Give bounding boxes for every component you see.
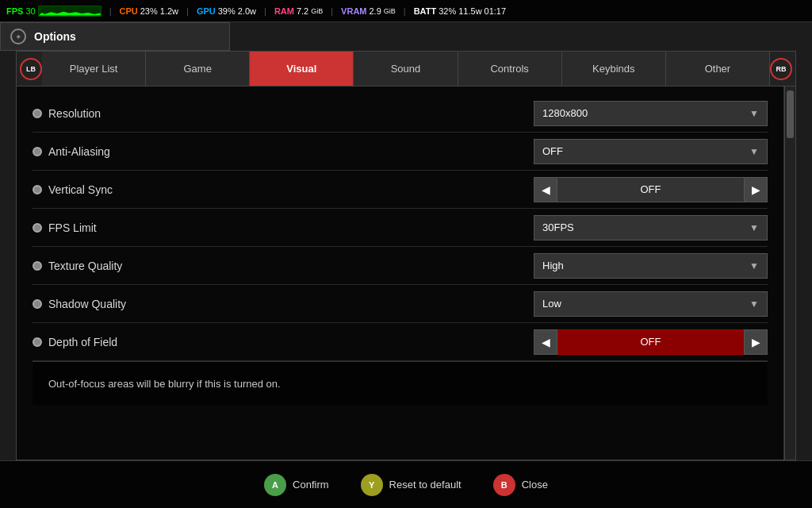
- arrow-shadow-quality: ▼: [749, 298, 759, 310]
- gpu-watts: 2.0w: [238, 6, 256, 16]
- value-resolution: 1280x800: [542, 107, 588, 119]
- left-arrow-depth-of-field[interactable]: ◀: [534, 329, 557, 355]
- rb-button[interactable]: RB: [770, 58, 792, 80]
- cpu-pct: 23%: [140, 6, 158, 16]
- left-arrow-vertical-sync[interactable]: ◀: [534, 177, 557, 202]
- value-vertical-sync: OFF: [557, 177, 744, 202]
- tab-game[interactable]: Game: [146, 52, 250, 86]
- control-fps-limit: 30FPS ▼: [534, 215, 768, 241]
- label-anti-aliasing: Anti-Aliasing: [48, 145, 110, 158]
- label-fps-limit: FPS Limit: [48, 221, 97, 234]
- arrow-resolution: ▼: [749, 108, 759, 119]
- arrow-fps-limit: ▼: [749, 222, 759, 233]
- tab-player-list[interactable]: Player List: [42, 52, 146, 86]
- lb-button[interactable]: LB: [20, 58, 42, 80]
- dot-fps-limit: [33, 223, 42, 233]
- close-action[interactable]: B Close: [493, 474, 548, 496]
- dot-anti-aliasing: [33, 147, 42, 156]
- setting-resolution: Resolution 1280x800 ▼: [33, 94, 768, 133]
- control-depth-of-field: ◀ OFF ▶: [534, 329, 768, 355]
- batt-pct: 32%: [439, 6, 456, 16]
- tabs-list: Player List Game Visual Sound Controls K…: [42, 52, 770, 86]
- info-text: Out-of-focus areas will be blurry if thi…: [48, 378, 281, 390]
- control-anti-aliasing: OFF ▼: [534, 139, 768, 164]
- setting-depth-of-field: Depth of Field ◀ OFF ▶: [33, 323, 768, 361]
- close-label: Close: [522, 479, 548, 491]
- dropdown-fps-limit[interactable]: 30FPS ▼: [534, 215, 768, 241]
- gpu-pct: 39%: [218, 6, 236, 16]
- value-anti-aliasing: OFF: [542, 145, 563, 157]
- dot-vertical-sync: [33, 185, 42, 194]
- setting-texture-quality: Texture Quality High ▼: [33, 247, 768, 285]
- value-fps-limit: 30FPS: [542, 221, 574, 233]
- cpu-label: CPU: [120, 6, 138, 16]
- fps-graph: [38, 6, 102, 17]
- label-resolution: Resolution: [48, 107, 101, 120]
- dot-texture-quality: [33, 261, 42, 271]
- hud-fps: FPS 30: [6, 6, 102, 17]
- batt-time: 01:17: [485, 6, 507, 16]
- fps-value: 30: [25, 6, 35, 16]
- cpu-watts: 1.2w: [160, 6, 178, 16]
- ram-unit: GiB: [311, 7, 323, 15]
- scrollbar-thumb[interactable]: [787, 90, 794, 138]
- tab-keybinds[interactable]: Keybinds: [562, 52, 666, 86]
- label-vertical-sync: Vertical Sync: [48, 183, 113, 196]
- setting-fps-limit: FPS Limit 30FPS ▼: [33, 209, 768, 247]
- hud-ram: RAM 7.2GiB: [274, 6, 323, 16]
- settings-content: Resolution 1280x800 ▼ Anti-Aliasing: [17, 87, 795, 460]
- dot-shadow-quality: [33, 299, 42, 309]
- value-texture-quality: High: [542, 260, 564, 271]
- arrow-texture-quality: ▼: [749, 260, 759, 271]
- ram-value: 7.2: [297, 6, 308, 16]
- tabs-container: LB Player List Game Visual Sound Control…: [17, 52, 795, 87]
- tab-visual[interactable]: Visual: [250, 52, 354, 86]
- scrollbar-track[interactable]: [784, 87, 795, 460]
- vram-value: 2.9: [370, 6, 381, 16]
- hud-vram: VRAM 2.9GiB: [341, 6, 396, 16]
- options-panel: LB Player List Game Visual Sound Control…: [16, 51, 796, 460]
- close-button[interactable]: B: [493, 474, 515, 496]
- bottom-bar: A Confirm Y Reset to default B Close: [0, 460, 812, 508]
- batt-label: BATT: [414, 6, 437, 16]
- reset-button[interactable]: Y: [361, 474, 383, 496]
- value-shadow-quality: Low: [542, 298, 561, 310]
- dropdown-texture-quality[interactable]: High ▼: [534, 253, 768, 279]
- tab-sound[interactable]: Sound: [354, 52, 458, 86]
- label-depth-of-field: Depth of Field: [48, 336, 117, 348]
- control-vertical-sync: ◀ OFF ▶: [534, 177, 768, 202]
- right-arrow-depth-of-field[interactable]: ▶: [744, 329, 768, 355]
- options-icon: ✦: [10, 29, 26, 44]
- setting-anti-aliasing: Anti-Aliasing OFF ▼: [33, 133, 768, 171]
- confirm-action[interactable]: A Confirm: [264, 474, 329, 496]
- value-depth-of-field: OFF: [557, 329, 744, 355]
- control-shadow-quality: Low ▼: [534, 291, 768, 317]
- dropdown-shadow-quality[interactable]: Low ▼: [534, 291, 768, 317]
- tab-controls[interactable]: Controls: [458, 52, 562, 86]
- control-texture-quality: High ▼: [534, 253, 768, 279]
- reset-label: Reset to default: [389, 479, 462, 491]
- options-title: Options: [34, 30, 76, 43]
- options-titlebar: ✦ Options: [0, 22, 230, 51]
- vram-label: VRAM: [341, 6, 366, 16]
- label-texture-quality: Texture Quality: [48, 260, 122, 272]
- dropdown-resolution[interactable]: 1280x800 ▼: [534, 101, 768, 126]
- right-arrow-vertical-sync[interactable]: ▶: [744, 177, 768, 202]
- hud-gpu: GPU 39% 2.0w: [197, 6, 256, 16]
- settings-main: Resolution 1280x800 ▼ Anti-Aliasing: [17, 87, 784, 460]
- setting-vertical-sync: Vertical Sync ◀ OFF ▶: [33, 171, 768, 209]
- ram-label: RAM: [274, 6, 294, 16]
- dropdown-anti-aliasing[interactable]: OFF ▼: [534, 139, 768, 164]
- reset-action[interactable]: Y Reset to default: [361, 474, 462, 496]
- hud-cpu: CPU 23% 1.2w: [120, 6, 179, 16]
- vram-unit: GiB: [384, 7, 396, 15]
- arrow-anti-aliasing: ▼: [749, 146, 759, 157]
- dot-depth-of-field: [33, 337, 42, 347]
- label-shadow-quality: Shadow Quality: [48, 298, 126, 310]
- hud-battery: BATT 32% 11.5w 01:17: [414, 6, 506, 16]
- confirm-label: Confirm: [293, 479, 329, 491]
- confirm-button[interactable]: A: [264, 474, 286, 496]
- control-resolution: 1280x800 ▼: [534, 101, 768, 126]
- tab-other[interactable]: Other: [666, 52, 770, 86]
- setting-shadow-quality: Shadow Quality Low ▼: [33, 285, 768, 323]
